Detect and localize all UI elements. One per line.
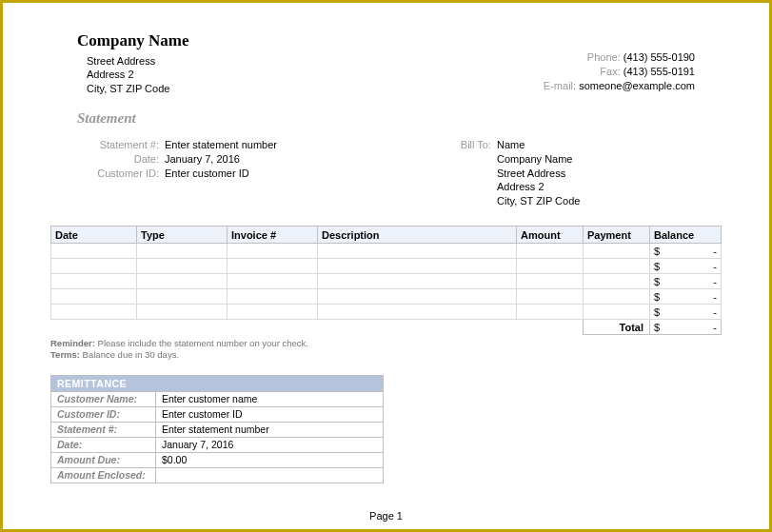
- col-balance: Balance: [650, 227, 722, 244]
- statement-meta: Statement #: Enter statement number Date…: [77, 138, 447, 208]
- fax-value: (413) 555-0191: [624, 66, 695, 77]
- page-number: Page 1: [3, 510, 769, 522]
- contact-block: Phone: (413) 555-0190 Fax: (413) 555-019…: [532, 31, 695, 95]
- phone-value: (413) 555-0190: [624, 51, 695, 63]
- remit-statement-num-label: Statement #:: [51, 422, 156, 437]
- bill-to-block: Bill To: Name Company Name Street Addres…: [447, 138, 695, 208]
- total-label: Total: [584, 320, 650, 335]
- bill-to-citystzip: City, ST ZIP Code: [497, 194, 580, 208]
- email-label: E-mail:: [532, 79, 576, 93]
- ledger-header-row: Date Type Invoice # Description Amount P…: [51, 227, 722, 244]
- balance-dash: -: [713, 306, 717, 318]
- document-page: Company Name Street Address Address 2 Ci…: [0, 0, 772, 532]
- balance-dash: -: [713, 246, 717, 257]
- reminder-text: Please include the statement number on y…: [95, 338, 308, 348]
- col-date: Date: [51, 227, 137, 244]
- remit-amount-enclosed: [156, 467, 384, 483]
- balance-dash: -: [713, 261, 717, 272]
- bill-to-name: Name: [497, 138, 525, 152]
- col-amount: Amount: [517, 227, 584, 244]
- bill-to-address2: Address 2: [497, 180, 544, 194]
- remit-customer-id-label: Customer ID:: [51, 406, 156, 422]
- terms-text: Balance due in 30 days.: [80, 349, 179, 360]
- balance-currency: $: [654, 246, 660, 257]
- remit-amount-due: $0.00: [156, 452, 384, 467]
- remit-amount-due-label: Amount Due:: [51, 452, 156, 467]
- statement-date-value: January 7, 2016: [165, 152, 240, 167]
- header: Company Name Street Address Address 2 Ci…: [77, 31, 695, 95]
- remit-date-label: Date:: [51, 437, 156, 452]
- ledger-row: $-: [51, 305, 722, 320]
- remit-date: January 7, 2016: [156, 437, 384, 452]
- statement-info: Statement #: Enter statement number Date…: [77, 138, 695, 208]
- statement-heading: Statement: [77, 110, 695, 127]
- statement-num-label: Statement #:: [77, 138, 165, 152]
- bill-to-company: Company Name: [497, 152, 572, 167]
- ledger-row: $-: [51, 289, 722, 305]
- remittance-table: REMITTANCE Customer Name:Enter customer …: [50, 375, 384, 483]
- customer-id-value: Enter customer ID: [165, 167, 249, 181]
- ledger-row: $-: [51, 274, 722, 289]
- company-citystzip: City, ST ZIP Code: [87, 82, 189, 95]
- balance-dash: -: [713, 291, 717, 303]
- col-type: Type: [137, 227, 228, 244]
- reminder-label: Reminder:: [50, 338, 95, 348]
- bill-to-street: Street Address: [497, 167, 565, 181]
- balance-currency: $: [654, 261, 660, 272]
- remit-amount-enclosed-label: Amount Enclosed:: [51, 467, 156, 483]
- company-address2: Address 2: [87, 68, 189, 81]
- col-invoice: Invoice #: [228, 227, 318, 244]
- phone-label: Phone:: [577, 50, 621, 65]
- total-currency: $: [654, 322, 660, 333]
- total-dash: -: [713, 322, 717, 333]
- remit-statement-num: Enter statement number: [156, 422, 384, 437]
- company-name: Company Name: [77, 31, 189, 50]
- company-street: Street Address: [87, 54, 189, 68]
- ledger-row: $-: [51, 259, 722, 274]
- statement-date-label: Date:: [77, 152, 165, 167]
- balance-dash: -: [713, 276, 717, 287]
- remit-customer-name: Enter customer name: [156, 391, 384, 406]
- ledger-table: Date Type Invoice # Description Amount P…: [50, 226, 722, 335]
- balance-currency: $: [654, 306, 660, 318]
- ledger-total-row: Total $-: [51, 320, 722, 335]
- customer-id-label: Customer ID:: [77, 167, 165, 181]
- col-description: Description: [318, 227, 517, 244]
- remit-customer-id: Enter customer ID: [156, 406, 384, 422]
- remittance-heading: REMITTANCE: [51, 375, 384, 391]
- company-block: Company Name Street Address Address 2 Ci…: [77, 31, 189, 95]
- fax-label: Fax:: [577, 65, 621, 79]
- balance-currency: $: [654, 291, 660, 303]
- notes: Reminder: Please include the statement n…: [50, 338, 722, 362]
- remit-customer-name-label: Customer Name:: [51, 391, 156, 406]
- email-value: someone@example.com: [579, 80, 695, 91]
- terms-label: Terms:: [50, 349, 80, 360]
- statement-num-value: Enter statement number: [165, 138, 277, 152]
- ledger-row: $-: [51, 244, 722, 259]
- col-payment: Payment: [584, 227, 650, 244]
- bill-to-label: Bill To:: [447, 138, 497, 152]
- balance-currency: $: [654, 276, 660, 287]
